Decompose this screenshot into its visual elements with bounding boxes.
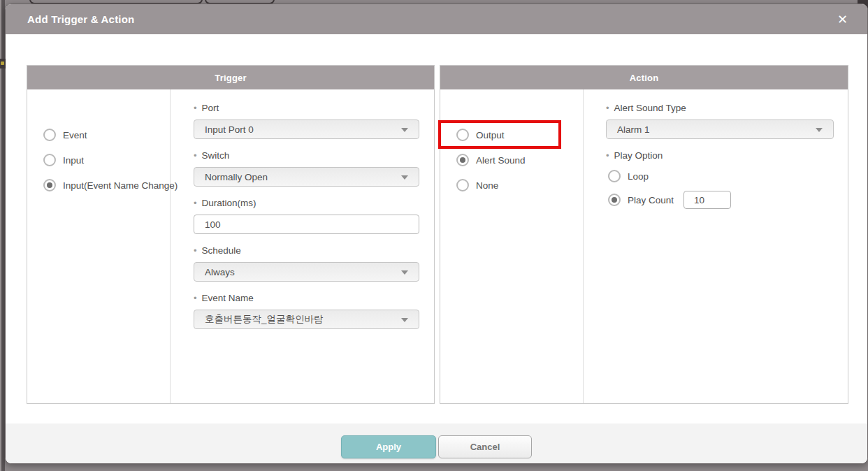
trigger-panel-header: Trigger	[27, 66, 434, 89]
radio-event[interactable]: Event	[43, 129, 87, 141]
schedule-dropdown[interactable]: Always	[194, 262, 419, 282]
radio-icon[interactable]	[608, 170, 621, 182]
action-radio-column: Output Alert Sound None	[440, 89, 584, 403]
background-left-icon	[0, 59, 6, 68]
duration-input[interactable]	[194, 215, 419, 234]
radio-label: Input(Event Name Change)	[63, 180, 178, 191]
bullet-icon: •	[194, 103, 197, 113]
radio-icon-selected[interactable]	[456, 154, 469, 166]
chevron-down-icon	[816, 128, 823, 132]
alert-sound-type-dropdown-value: Alarm 1	[607, 124, 650, 135]
switch-label: •Switch	[194, 150, 419, 162]
radio-icon-selected[interactable]	[608, 194, 621, 206]
schedule-label: •Schedule	[194, 245, 419, 257]
radio-alert-sound[interactable]: Alert Sound	[456, 154, 526, 166]
action-fields-column: •Alert Sound Type Alarm 1 •Play Option L…	[584, 89, 848, 403]
radio-none[interactable]: None	[456, 179, 498, 191]
play-count-input[interactable]	[683, 191, 731, 209]
bullet-icon: •	[606, 150, 609, 161]
add-trigger-action-dialog: Add Trigger & Action ✕ Trigger Event Inp…	[5, 3, 868, 464]
trigger-fields-column: •Port Input Port 0 •Switch Normally Open…	[171, 89, 434, 403]
bullet-icon: •	[194, 150, 197, 161]
event-name-dropdown[interactable]: 호출버튼동작_얼굴확인바람	[194, 310, 419, 329]
radio-icon[interactable]	[43, 154, 56, 166]
switch-dropdown[interactable]: Normally Open	[194, 167, 419, 187]
dialog-header: Add Trigger & Action ✕	[6, 4, 867, 34]
alert-sound-type-dropdown[interactable]: Alarm 1	[606, 119, 834, 139]
radio-label: Input	[63, 155, 84, 166]
alert-sound-type-label: •Alert Sound Type	[606, 102, 834, 115]
radio-label: Event	[63, 130, 87, 140]
action-panel: Action Output Alert Sound None •Alert	[440, 65, 848, 404]
switch-dropdown-value: Normally Open	[194, 172, 268, 182]
cancel-button[interactable]: Cancel	[438, 435, 532, 458]
radio-loop[interactable]: Loop	[608, 170, 834, 182]
bullet-icon: •	[606, 103, 609, 113]
radio-label: Output	[476, 130, 505, 140]
bullet-icon: •	[194, 198, 197, 208]
bullet-icon: •	[194, 293, 197, 303]
port-dropdown[interactable]: Input Port 0	[194, 119, 419, 139]
event-name-dropdown-value: 호출버튼동작_얼굴확인바람	[194, 313, 324, 326]
dialog-title: Add Trigger & Action	[6, 13, 134, 25]
dialog-footer: Apply Cancel	[6, 423, 867, 463]
action-panel-header: Action	[440, 66, 848, 89]
port-dropdown-value: Input Port 0	[194, 124, 254, 135]
radio-output[interactable]: Output	[456, 129, 505, 141]
apply-button[interactable]: Apply	[341, 435, 436, 458]
duration-label: •Duration(ms)	[194, 197, 419, 210]
radio-icon[interactable]	[43, 129, 56, 141]
background-left-strip	[0, 0, 5, 471]
radio-icon-selected[interactable]	[43, 179, 56, 191]
radio-input-event-name-change[interactable]: Input(Event Name Change)	[43, 179, 178, 191]
radio-label: Alert Sound	[476, 155, 526, 166]
chevron-down-icon	[401, 270, 408, 275]
trigger-panel: Trigger Event Input Input(Event Name Cha…	[27, 65, 435, 404]
radio-icon[interactable]	[456, 129, 469, 141]
event-name-label: •Event Name	[194, 292, 419, 305]
radio-label: Play Count	[628, 195, 674, 205]
radio-label: Loop	[628, 171, 649, 182]
chevron-down-icon	[401, 128, 408, 132]
radio-label: None	[476, 180, 498, 191]
play-option-label: •Play Option	[606, 150, 834, 162]
chevron-down-icon	[401, 318, 408, 322]
schedule-dropdown-value: Always	[194, 267, 235, 277]
trigger-radio-column: Event Input Input(Event Name Change)	[27, 89, 171, 403]
close-icon[interactable]: ✕	[833, 4, 852, 34]
chevron-down-icon	[401, 175, 408, 180]
radio-play-count[interactable]: Play Count	[608, 191, 834, 209]
radio-input[interactable]: Input	[43, 154, 84, 166]
port-label: •Port	[194, 102, 419, 115]
bullet-icon: •	[194, 245, 197, 256]
radio-icon[interactable]	[456, 179, 469, 191]
